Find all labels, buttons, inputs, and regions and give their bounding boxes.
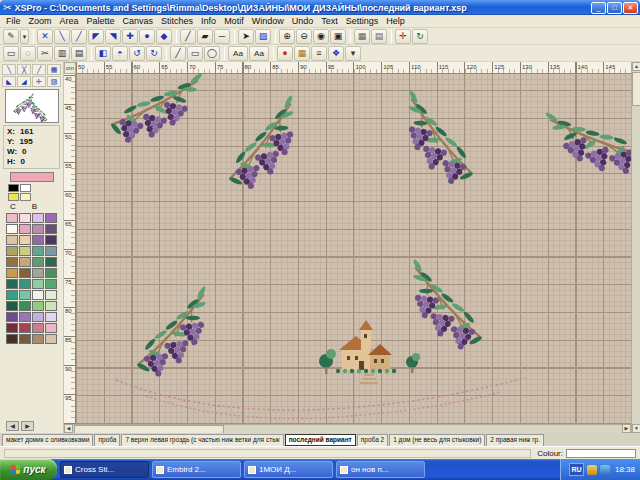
palette-swatch[interactable] [45,323,57,333]
select-arrow-icon[interactable]: ➤ [238,29,254,44]
backstitch-icon[interactable]: ╱ [180,29,196,44]
palette-swatch[interactable] [45,213,57,223]
vertical-scroll-thumb[interactable] [632,72,640,106]
pattern-tab[interactable]: последний вариант [285,434,356,446]
palette-swatch[interactable] [45,334,57,344]
zoom-100-icon[interactable]: ◉ [313,29,329,44]
palette-swatch[interactable] [19,246,31,256]
palette-swatch[interactable] [6,257,18,267]
palette-swatch[interactable] [45,224,57,234]
flip-horizontal-icon[interactable]: ◧ [95,46,111,61]
stitch-dir-ne-icon[interactable]: ╱ [32,64,46,75]
palette-swatch[interactable] [32,257,44,267]
bead-stitch-icon[interactable]: ◆ [156,29,172,44]
quick-color-swatch[interactable] [20,193,31,201]
vertical-scrollbar[interactable]: ▲ ▼ [631,62,640,433]
pattern-tab[interactable]: макет домик с оливковками [2,434,93,446]
more-dropdown-icon[interactable]: ▾ [345,46,361,61]
stitch-dir-nw-icon[interactable]: ╲ [2,64,16,75]
zoom-in-icon[interactable]: ⊕ [279,29,295,44]
paste-icon[interactable]: ▤ [71,46,87,61]
backstitch-thick-icon[interactable]: ▰ [197,29,213,44]
title-bar[interactable]: ✂ XSPro - C:\Documents and Settings\Rimm… [0,0,640,15]
scroll-down-icon[interactable]: ▼ [632,424,640,433]
motif-library-icon[interactable]: ❖ [328,46,344,61]
rulers-toggle-icon[interactable]: ▤ [371,29,387,44]
palette-swatch[interactable] [45,235,57,245]
palette-swatch[interactable] [32,279,44,289]
menu-window[interactable]: Window [248,16,288,26]
language-indicator[interactable]: RU [569,463,584,476]
quick-color-swatch[interactable] [20,184,31,192]
palette-swatch[interactable] [32,268,44,278]
menu-undo[interactable]: Undo [288,16,318,26]
thread-list-icon[interactable]: ≡ [311,46,327,61]
palette-swatch[interactable] [45,301,57,311]
palette-swatch[interactable] [45,312,57,322]
select-free-icon[interactable]: ◌ [20,46,36,61]
tray-icon-2[interactable] [600,465,610,475]
refresh-view-icon[interactable]: ↻ [412,29,428,44]
straight-stitch-icon[interactable]: ─ [214,29,230,44]
rotate-left-icon[interactable]: ↺ [129,46,145,61]
palette-swatch[interactable] [19,224,31,234]
copy-icon[interactable]: ▥ [54,46,70,61]
pattern-tab[interactable]: проба [94,434,120,446]
palette-swatch[interactable] [45,290,57,300]
horizontal-scrollbar[interactable]: ◀ ▶ [64,424,631,433]
maximize-button[interactable]: □ [607,2,622,14]
pencil-tool-icon[interactable]: ✎ [3,29,19,44]
flip-vertical-icon[interactable]: ◓ [112,46,128,61]
full-stitch-icon[interactable]: ✕ [37,29,53,44]
zoom-out-icon[interactable]: ⊖ [296,29,312,44]
palette-swatch[interactable] [32,323,44,333]
palette-swatch[interactable] [6,301,18,311]
design-canvas[interactable] [76,74,631,424]
palette-swatch[interactable] [19,323,31,333]
palette-swatch[interactable] [19,235,31,245]
grid-toggle-icon[interactable]: ▦ [354,29,370,44]
rectangle-tool-icon[interactable]: ▭ [187,46,203,61]
quarter-stitch-icon[interactable]: ◤ [88,29,104,44]
palette-swatch[interactable] [45,257,57,267]
palette-scroll-right-icon[interactable]: ▶ [21,421,34,431]
menu-help[interactable]: Help [382,16,409,26]
palette-swatch[interactable] [6,213,18,223]
menu-area[interactable]: Area [56,16,83,26]
palette-swatch[interactable] [19,301,31,311]
scroll-left-icon[interactable]: ◀ [64,424,73,433]
start-button[interactable]: пуск [0,459,57,480]
pattern-tab[interactable]: проба 2 [357,434,388,446]
palette-swatch[interactable] [32,290,44,300]
taskbar-task-button[interactable]: он нов п... [336,461,425,478]
palette-swatch[interactable] [6,312,18,322]
cut-icon[interactable]: ✂ [37,46,53,61]
menu-motif[interactable]: Motif [220,16,248,26]
palette-swatch[interactable] [32,224,44,234]
stitch-dir-plus-icon[interactable]: ✛ [32,76,46,87]
minimize-button[interactable]: _ [591,2,606,14]
palette-swatch[interactable] [19,257,31,267]
stitch-dir-sw-icon[interactable]: ◣ [2,76,16,87]
palette-swatch[interactable] [6,279,18,289]
palette-swatch[interactable] [32,246,44,256]
scroll-right-icon[interactable]: ▶ [622,424,631,433]
petite-stitch-icon[interactable]: ✚ [122,29,138,44]
ellipse-tool-icon[interactable]: ◯ [204,46,220,61]
palette-swatch[interactable] [6,334,18,344]
taskbar-task-button[interactable]: 1МОИ Д... [244,461,333,478]
half-stitch-right-icon[interactable]: ╱ [71,29,87,44]
palette-swatch[interactable] [6,290,18,300]
rotate-right-icon[interactable]: ↻ [146,46,162,61]
palette-swatch[interactable] [45,279,57,289]
palette-swatch[interactable] [19,290,31,300]
palette-swatch[interactable] [19,279,31,289]
three-quarter-stitch-icon[interactable]: ◥ [105,29,121,44]
color-picker-icon[interactable]: ● [277,46,293,61]
menu-file[interactable]: File [2,16,25,26]
text-cyrillic-icon[interactable]: Аа [249,46,269,61]
tray-icon-1[interactable] [587,465,597,475]
pattern-tab[interactable]: 7 верхн левая гроздь (с частью ниж ветки… [121,434,283,446]
menu-palette[interactable]: Palette [83,16,119,26]
pattern-tab[interactable]: 2 правая ниж гр. [486,434,544,446]
